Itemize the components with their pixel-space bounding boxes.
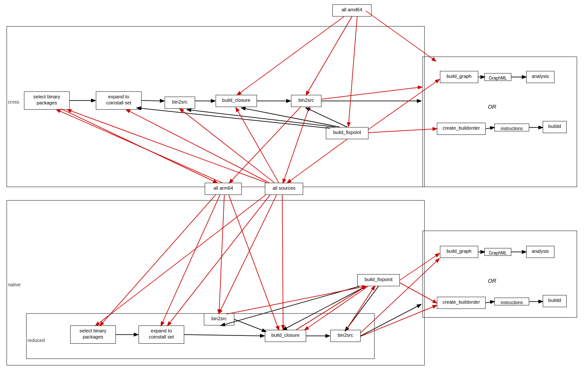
node-cross-bin2src2: bin2src: [291, 95, 321, 107]
node-all-amd64: all amd64: [332, 4, 372, 17]
node-cross-bin2src1: bin2src: [165, 97, 195, 109]
node-cross-build-closure: build_closure: [216, 95, 257, 107]
node-all-arm64: all arm64: [205, 183, 242, 195]
node-native-bin2src1: bin2src: [204, 313, 234, 325]
node-cross-expand: expand tocoinstall set: [96, 91, 142, 110]
diagram-container: cross OR native reduced OR all amd64 sel…: [0, 0, 588, 372]
node-instructions2: instructions: [494, 298, 529, 305]
node-native-build-closure: build_closure: [265, 330, 306, 342]
node-graphml2: GraphML: [484, 248, 511, 256]
native-region-label: native: [8, 282, 20, 287]
node-native-bin2src2: bin2src: [330, 330, 361, 342]
native-or-label: OR: [488, 278, 497, 284]
cross-or-label: OR: [488, 104, 497, 110]
native-reduced-region-label: reduced: [27, 338, 45, 343]
node-buildd2: buildd: [543, 295, 567, 307]
node-cross-build-fixpoint: build_fixpoint: [326, 127, 368, 139]
node-instructions1: instructions: [494, 124, 529, 131]
node-native-expand: expand tocoinstall set: [139, 325, 184, 344]
cross-region-label: cross: [8, 99, 19, 104]
node-build-graph1: build_graph: [440, 71, 478, 83]
node-build-graph2: build_graph: [440, 246, 478, 258]
node-analysis1: analysis: [526, 71, 554, 83]
node-native-build-fixpoint: build_fixpoint: [357, 274, 400, 286]
node-native-select: select binarypackages: [70, 325, 116, 344]
node-cross-select: select binarypackages: [24, 91, 70, 110]
node-all-sources: all sources: [265, 183, 303, 195]
node-create-buildorder2: create_buildorder: [437, 297, 486, 309]
node-analysis2: analysis: [526, 246, 554, 258]
node-graphml1: GraphML: [484, 73, 511, 81]
node-buildd1: buildd: [543, 121, 567, 133]
node-create-buildorder1: create_buildorder: [437, 123, 486, 135]
